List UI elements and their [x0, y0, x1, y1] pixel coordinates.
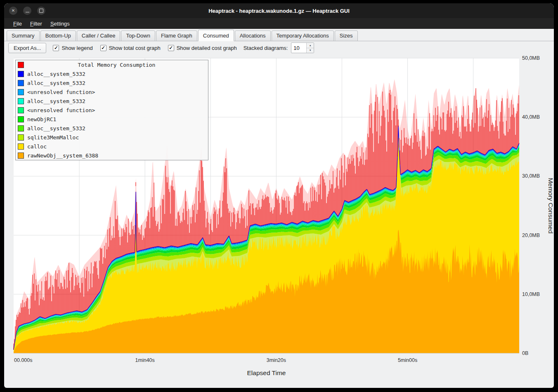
tab-caller-callee[interactable]: Caller / Callee — [77, 31, 121, 41]
legend-label: <unresolved function> — [27, 89, 95, 95]
toolbar: Export As... ✓Show legend✓Show total cos… — [4, 41, 554, 54]
legend-swatch — [18, 153, 24, 159]
legend-item: <unresolved function> — [16, 106, 208, 115]
arrow-down-icon: ▼ — [309, 49, 312, 52]
menu-settings[interactable]: Settings — [46, 19, 74, 28]
legend-title-row: Total Memory Consumption — [16, 60, 208, 69]
x-tick-labels: 00.000s1min40s3min20s5min00s — [14, 357, 417, 363]
minimize-icon — [26, 12, 29, 12]
legend-label: sqlite3MemMalloc — [27, 134, 79, 141]
stacked-diagrams-label: Stacked diagrams: — [244, 45, 288, 51]
svg-text:5min00s: 5min00s — [398, 357, 417, 363]
spin-buttons: ▲ ▼ — [306, 43, 314, 53]
svg-text:3min20s: 3min20s — [267, 357, 286, 363]
svg-text:40,0MB: 40,0MB — [522, 114, 540, 120]
y-tick-labels: 0B10,0MB20,0MB30,0MB40,0MB50,0MB — [522, 55, 540, 356]
tabbar: SummaryBottom-UpCaller / CalleeTop-DownF… — [4, 29, 554, 41]
arrow-up-icon: ▲ — [309, 44, 312, 47]
toolbar-checkboxes: ✓Show legend✓Show total cost graph✓Show … — [53, 45, 236, 51]
legend-swatch — [18, 107, 24, 113]
legend-item: sqlite3MemMalloc — [16, 133, 208, 142]
chart-area[interactable]: 0B10,0MB20,0MB30,0MB40,0MB50,0MB00.000s1… — [4, 54, 554, 388]
chart-legend: Total Memory Consumptionalloc__system_53… — [15, 60, 208, 160]
svg-text:50,0MB: 50,0MB — [522, 55, 540, 61]
legend-label: alloc__system_5332 — [27, 80, 85, 86]
legend-swatch — [18, 125, 24, 131]
tab-summary[interactable]: Summary — [7, 31, 40, 41]
legend-label: <unresolved function> — [27, 107, 95, 113]
tab-temporary-allocations[interactable]: Temporary Allocations — [272, 31, 334, 41]
minimize-button[interactable] — [23, 7, 31, 15]
checkbox-box: ✓ — [100, 45, 106, 51]
legend-swatch — [18, 98, 24, 104]
legend-swatch — [18, 89, 24, 95]
window-controls: ✕ — [9, 3, 45, 18]
menubar: FileFilterSettings — [4, 18, 554, 29]
legend-swatch — [18, 134, 24, 141]
legend-label: alloc__system_5332 — [27, 125, 85, 131]
stacked-diagrams-group: Stacked diagrams: 10 ▲ ▼ — [244, 42, 314, 53]
tab-sizes[interactable]: Sizes — [335, 31, 358, 41]
tab-top-down[interactable]: Top-Down — [121, 31, 155, 41]
svg-text:1min40s: 1min40s — [135, 357, 155, 363]
legend-swatch — [18, 71, 24, 77]
app-window: ✕ Heaptrack - heaptrack.wakunode.1.gz — … — [4, 3, 554, 388]
legend-item: newObjRC1 — [16, 115, 208, 124]
tab-bottom-up[interactable]: Bottom-Up — [40, 31, 76, 41]
maximize-icon — [39, 9, 43, 13]
svg-text:0B: 0B — [522, 350, 528, 356]
legend-swatch — [18, 143, 24, 150]
window-title: Heaptrack - heaptrack.wakunode.1.gz — He… — [208, 8, 350, 14]
export-as-button[interactable]: Export As... — [8, 43, 46, 53]
legend-item: <unresolved function> — [16, 87, 208, 96]
checkbox-label: Show legend — [61, 45, 92, 51]
tab-consumed[interactable]: Consumed — [198, 30, 234, 41]
legend-item: alloc__system_5332 — [16, 78, 208, 87]
legend-label: alloc__system_5332 — [27, 71, 85, 77]
legend-label: alloc__system_5332 — [27, 98, 85, 104]
stacked-diagrams-spinbox[interactable]: 10 ▲ ▼ — [291, 42, 314, 53]
legend-item: alloc__system_5332 — [16, 69, 208, 78]
close-icon: ✕ — [12, 9, 15, 13]
spin-down-button[interactable]: ▼ — [307, 48, 314, 53]
legend-item: calloc — [16, 142, 208, 151]
maximize-button[interactable] — [37, 7, 45, 15]
svg-text:30,0MB: 30,0MB — [522, 173, 540, 179]
legend-swatch — [18, 80, 24, 86]
legend-item: alloc__system_5332 — [16, 96, 208, 106]
legend-swatch — [18, 116, 24, 122]
checkbox-box: ✓ — [168, 45, 174, 51]
svg-text:20,0MB: 20,0MB — [522, 232, 540, 238]
titlebar: ✕ Heaptrack - heaptrack.wakunode.1.gz — … — [4, 3, 554, 18]
legend-label: rawNewObj__system_6388 — [27, 153, 98, 159]
svg-text:10,0MB: 10,0MB — [522, 291, 540, 297]
legend-label: newObjRC1 — [27, 116, 56, 122]
close-button[interactable]: ✕ — [9, 7, 17, 15]
legend-label: calloc — [27, 143, 47, 150]
svg-text:00.000s: 00.000s — [14, 357, 32, 363]
checkbox-label: Show total cost graph — [109, 45, 161, 51]
menu-filter[interactable]: Filter — [26, 19, 46, 28]
menu-file[interactable]: File — [9, 19, 26, 28]
tab-flame-graph[interactable]: Flame Graph — [156, 31, 197, 41]
checkbox-box: ✓ — [53, 45, 59, 51]
legend-title: Total Memory Consumption — [27, 62, 206, 68]
spin-up-button[interactable]: ▲ — [307, 43, 314, 48]
legend-item: alloc__system_5332 — [16, 124, 208, 133]
stacked-diagrams-value[interactable]: 10 — [291, 43, 306, 53]
tab-allocations[interactable]: Allocations — [235, 31, 271, 41]
x-axis-title: Elapsed Time — [247, 369, 286, 376]
legend-item: rawNewObj__system_6388 — [16, 151, 208, 160]
legend-swatch — [18, 62, 24, 68]
checkbox-show-legend[interactable]: ✓Show legend — [53, 45, 92, 51]
checkbox-show-total-cost-graph[interactable]: ✓Show total cost graph — [100, 45, 161, 51]
y-axis-title: Memory Consumed — [547, 178, 554, 233]
checkbox-label: Show detailed cost graph — [177, 45, 237, 51]
checkbox-show-detailed-cost-graph[interactable]: ✓Show detailed cost graph — [168, 45, 237, 51]
